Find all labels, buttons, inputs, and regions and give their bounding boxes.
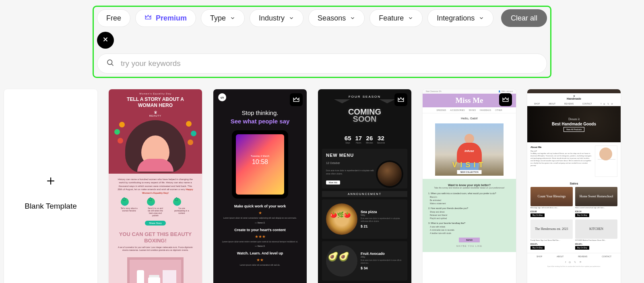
coming-soon-text: COMINGSOON — [348, 108, 381, 123]
search-icon — [106, 59, 114, 68]
product-price: €18.14 — [575, 210, 617, 213]
survey-question: 1. When you walk into a crowded room, wh… — [428, 192, 510, 195]
screen-date: Tuesday 2 March — [236, 155, 284, 157]
about-image — [595, 146, 617, 177]
chevron-down-icon — [408, 15, 413, 21]
filter-industry-label: Industry — [259, 14, 285, 23]
product-price: €15.98 — [530, 210, 573, 213]
search-bar — [97, 53, 547, 74]
template-card[interactable]: Women's Equality Day TELL A STORY ABOUT … — [109, 89, 202, 283]
dish-block: Fruit Avocado 250g Duis aute irure dolor… — [322, 241, 407, 281]
buy-button: Buy On Etsy — [575, 246, 589, 250]
survey-option: Playful and spirited — [430, 217, 510, 219]
svg-point-0 — [107, 60, 112, 65]
block-sub: 12 October — [326, 162, 340, 164]
template-product-image — [127, 257, 184, 283]
crown-icon: ♛ — [109, 110, 202, 115]
dish-price: $ 21 — [361, 224, 403, 228]
filter-type[interactable]: Type — [201, 9, 245, 27]
survey-footer: MAYBE YOU LIKE — [428, 245, 510, 247]
filter-seasons-label: Seasons — [318, 14, 346, 23]
sales-heading: Sales — [527, 182, 621, 185]
announcement-bar: ANNOUNCEMENT — [322, 191, 407, 197]
survey-question: 3. What is your favorite handbag like? — [428, 222, 510, 224]
filter-bar: Free Premium Type Industry Seasons Featu… — [93, 6, 551, 78]
about-text: I'm Abby, and together with my husband S… — [530, 152, 591, 166]
filter-industry[interactable]: Industry — [250, 9, 303, 27]
blank-template-label: Blank Template — [25, 202, 77, 211]
template-card[interactable]: ❦Handmade SHOPABOUTREVIEWSCONTACT f ◎ 𝕏 … — [527, 89, 621, 283]
filter-seasons[interactable]: Seasons — [308, 9, 365, 27]
template-headline: TELL A STORY ABOUT A WOMAN HERO — [117, 96, 194, 109]
template-subhead: YOU CAN GET THIS BEAUTY BOXING! — [113, 231, 198, 244]
dish-image — [326, 245, 357, 277]
filter-premium-label: Premium — [156, 14, 187, 23]
chevron-down-icon — [350, 15, 355, 21]
dish-block: Sea pizza 560g Duis aute irure dolor in … — [322, 199, 407, 239]
product-image: Home Sweet Homeschool — [575, 187, 617, 206]
template-hero: VISIT NEW COLLECTION — [435, 123, 504, 176]
dish-name: Fruit Avocado — [361, 252, 403, 256]
hero-button: NEW COLLECTION — [457, 170, 481, 174]
block-title: NEW MENU — [326, 153, 354, 158]
template-subheading: See what people say — [213, 118, 307, 125]
product-name: Family Name Sign Last Name Wall Dec… — [530, 240, 573, 243]
premium-badge — [394, 93, 407, 106]
section-sig: — Name S. — [221, 245, 299, 247]
product-price: €54.67+ — [575, 243, 617, 245]
filter-integrations[interactable]: Integrations — [427, 9, 493, 27]
dish-image — [326, 203, 357, 235]
product-card: The Hendersons est. 2021Family Name Sign… — [530, 219, 573, 250]
hero-slogan: Dream it — [527, 117, 621, 121]
filter-premium[interactable]: Premium — [135, 9, 196, 27]
product-image: KITCHEN — [575, 219, 617, 239]
blank-template-card[interactable]: ＋ Blank Template — [4, 89, 97, 283]
template-hero: Women's Equality Day TELL A STORY ABOUT … — [109, 89, 202, 174]
template-desc: History can name a hundred women who hav… — [109, 174, 202, 196]
chevron-down-icon — [289, 15, 294, 21]
survey-title: Want to know your style better? — [428, 184, 510, 187]
product-grid: Count Your BlessingsBlessings sign, fall… — [527, 187, 621, 253]
filter-free[interactable]: Free — [97, 9, 130, 27]
template-card[interactable]: ᔕ ● 𝕏 ◎ ⌂ Stop thinking. See what people… — [213, 89, 307, 283]
product-name: Home sweet homeschool sign with hom… — [575, 207, 617, 210]
product-image: The Hendersons est. 2021 — [530, 219, 573, 239]
premium-badge — [499, 93, 512, 106]
plus-icon: ＋ — [44, 171, 58, 190]
dish-weight: 560g — [361, 214, 403, 216]
buy-button: Buy On Etsy — [575, 213, 589, 217]
survey-sub: Take the survey and receive an updated n… — [428, 187, 510, 189]
menu-block: NEW MENU 12 October Duis aute irure dolo… — [322, 149, 407, 189]
survey-option: A tote with initials — [430, 226, 510, 228]
section-blurb: Lorem ipsum dolor sit consectetur elit s… — [221, 264, 299, 267]
survey-question: 2. How would your friends describe you? — [428, 207, 510, 209]
hero-main: Best Handmade Goods — [527, 122, 621, 126]
template-heading: Stop thinking. — [213, 109, 307, 116]
template-icons: Tell a story about a woman heroine Send … — [109, 196, 202, 218]
survey-option: Make a statement — [430, 202, 510, 205]
template-cta: Share Story — [145, 221, 166, 226]
template-gallery: ＋ Blank Template Women's Equality Day TE… — [0, 89, 644, 283]
crown-icon — [144, 14, 152, 23]
filter-integrations-label: Integrations — [437, 14, 475, 23]
hero-visit: VISIT — [435, 161, 504, 169]
template-nav: SHOPABOUTREVIEWSCONTACT f ◎ 𝕏 ℗ — [527, 101, 621, 106]
dish-name: Sea pizza — [361, 210, 403, 214]
block-desc: Duis aute irure dolor in reprehenderit i… — [326, 169, 375, 175]
clear-all-button[interactable]: Clear all — [501, 9, 547, 27]
template-card[interactable]: New Clearance 1%👤 Hello, account Miss Me… — [423, 89, 516, 283]
template-card[interactable]: FOUR SEASON COMINGSOON 65Days 17Hours 26… — [318, 89, 411, 283]
template-brand: Handmade — [527, 97, 621, 100]
product-price: €54.67+ — [530, 243, 573, 245]
survey-option: Relaxed and liberal — [430, 214, 510, 216]
close-filters-button[interactable] — [97, 32, 114, 49]
close-icon — [102, 36, 109, 45]
section-title: Watch. Learn. And level up — [221, 251, 299, 255]
more-info-button: More Info — [326, 180, 340, 185]
filter-feature[interactable]: Feature — [369, 9, 423, 27]
template-tag: Women's Equality Day — [109, 92, 202, 95]
chevron-down-icon — [479, 15, 484, 21]
search-input[interactable] — [121, 59, 538, 68]
template-survey: Want to know your style better? Take the… — [423, 179, 516, 252]
about-greet: Hey y'all! — [530, 150, 537, 152]
